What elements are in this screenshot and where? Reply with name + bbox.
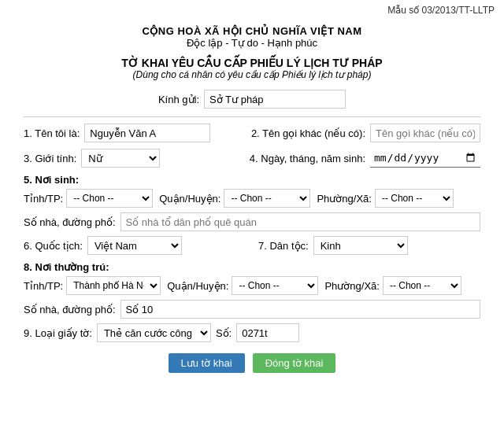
so-nha-noi-sinh-row: Số nhà, đường phố: [24, 212, 480, 231]
motto-text: Độc lập - Tự do - Hạnh phúc [24, 37, 480, 49]
kinh-gui-input[interactable] [204, 90, 346, 109]
tinh-tp-thuong-tru: Tỉnh/TP: Thành phố Hà Nội [24, 276, 161, 295]
phuong-xa-noi-sinh-label: Phường/Xã: [317, 193, 372, 205]
ten-goi-khac-label: 2. Tên gọi khác (nếu có): [251, 127, 365, 139]
kinh-gui-row: Kính gửi: [24, 90, 480, 109]
mau-so-label: Mẫu số 03/2013/TT-LLTP [0, 0, 504, 17]
form-header: CỘNG HOÀ XÃ HỘI CHỦ NGHĨA VIỆT NAM Độc l… [24, 25, 480, 80]
noi-sinh-row: Tỉnh/TP: -- Chon -- Quận/Huyện: -- Chon … [24, 189, 480, 208]
button-row: Lưu tờ khai Đóng tờ khai [24, 353, 480, 373]
row-quoc-tich-dan-toc: 6. Quốc tịch: Việt Nam 7. Dân tộc: Kinh [24, 236, 480, 255]
quoc-tich-label: 6. Quốc tịch: [24, 240, 83, 252]
phuong-xa-thuong-tru-label: Phường/Xã: [324, 280, 380, 292]
noi-thuong-tru-row: Tỉnh/TP: Thành phố Hà Nội Quận/Huyện: --… [24, 276, 480, 295]
ten-label: 1. Tên tôi là: [24, 127, 80, 139]
ten-field: 1. Tên tôi là: [24, 124, 239, 142]
quoc-tich-select[interactable]: Việt Nam [87, 236, 182, 255]
kinh-gui-label: Kính gửi: [158, 94, 199, 105]
loai-giay-label: 9. Loại giấy tờ: [24, 327, 92, 339]
dan-toc-select[interactable]: Kinh [313, 236, 408, 255]
phuong-xa-thuong-tru: Phường/Xã: -- Chon -- [324, 276, 461, 295]
quan-huyen-thuong-tru: Quận/Huyện: -- Chon -- [167, 276, 318, 295]
ngay-sinh-label: 4. Ngày, tháng, năm sinh: [250, 153, 365, 164]
ngay-sinh-field: 4. Ngày, tháng, năm sinh: [250, 149, 480, 168]
dan-toc-field: 7. Dân tộc: Kinh [258, 236, 480, 255]
form-title: TỜ KHAI YÊU CẦU CẤP PHIẾU LÝ LỊCH TƯ PHÁ… [24, 57, 480, 69]
dong-button[interactable]: Đóng tờ khai [253, 353, 336, 373]
gioi-tinh-label: 3. Giới tính: [24, 153, 76, 164]
ngay-sinh-input[interactable] [370, 149, 480, 168]
so-nha-thuong-tru-row: Số nhà, đường phố: [24, 300, 480, 319]
quan-huyen-noi-sinh: Quận/Huyện: -- Chon -- [159, 189, 310, 208]
so-nha-noi-sinh-label: Số nhà, đường phố: [24, 216, 116, 228]
tinh-tp-noi-sinh: Tỉnh/TP: -- Chon -- [24, 189, 153, 208]
tinh-tp-thuong-tru-label: Tỉnh/TP: [24, 280, 63, 292]
noi-sinh-title: 5. Nơi sinh: [24, 174, 480, 186]
row-gioi-tinh-ngay-sinh: 3. Giới tính: Nam Nữ Khác 4. Ngày, tháng… [24, 149, 480, 168]
dan-toc-label: 7. Dân tộc: [258, 240, 309, 252]
tinh-tp-noi-sinh-select[interactable]: -- Chon -- [66, 189, 153, 208]
loai-giay-row: 9. Loại giấy tờ: Thẻ căn cước công Số: [24, 323, 480, 342]
so-giay-input[interactable] [236, 323, 299, 342]
form-subtitle: (Dùng cho cá nhân có yêu cầu cấp Phiếu l… [24, 69, 480, 80]
so-giay-label: Số: [216, 327, 232, 339]
phuong-xa-noi-sinh: Phường/Xã: -- Chon -- [317, 189, 454, 208]
phuong-xa-thuong-tru-select[interactable]: -- Chon -- [383, 276, 461, 295]
quan-huyen-thuong-tru-label: Quận/Huyện: [167, 280, 228, 292]
quan-huyen-noi-sinh-label: Quận/Huyện: [159, 193, 220, 205]
noi-thuong-tru-title: 8. Nơi thường trú: [24, 261, 480, 273]
luu-button[interactable]: Lưu tờ khai [169, 353, 245, 373]
divider [24, 116, 480, 117]
ten-goi-khac-input[interactable] [370, 124, 480, 142]
loai-giay-select[interactable]: Thẻ căn cước công [97, 323, 211, 342]
gioi-tinh-select[interactable]: Nam Nữ Khác [81, 149, 160, 168]
ten-goi-khac-field: 2. Tên gọi khác (nếu có): [251, 124, 480, 142]
gioi-tinh-field: 3. Giới tính: Nam Nữ Khác [24, 149, 237, 168]
republic-text: CỘNG HOÀ XÃ HỘI CHỦ NGHĨA VIỆT NAM [24, 25, 480, 37]
quan-huyen-thuong-tru-select[interactable]: -- Chon -- [232, 276, 318, 295]
phuong-xa-noi-sinh-select[interactable]: -- Chon -- [375, 189, 454, 208]
tinh-tp-thuong-tru-select[interactable]: Thành phố Hà Nội [66, 276, 161, 295]
so-nha-noi-sinh-input[interactable] [120, 212, 480, 231]
row-ten: 1. Tên tôi là: 2. Tên gọi khác (nếu có): [24, 124, 480, 142]
tinh-tp-noi-sinh-label: Tỉnh/TP: [24, 193, 63, 205]
ten-input[interactable] [84, 124, 210, 142]
so-nha-thuong-tru-input[interactable] [120, 300, 480, 319]
so-nha-thuong-tru-label: Số nhà, đường phố: [24, 304, 116, 315]
quan-huyen-noi-sinh-select[interactable]: -- Chon -- [224, 189, 310, 208]
quoc-tich-field: 6. Quốc tịch: Việt Nam [24, 236, 246, 255]
